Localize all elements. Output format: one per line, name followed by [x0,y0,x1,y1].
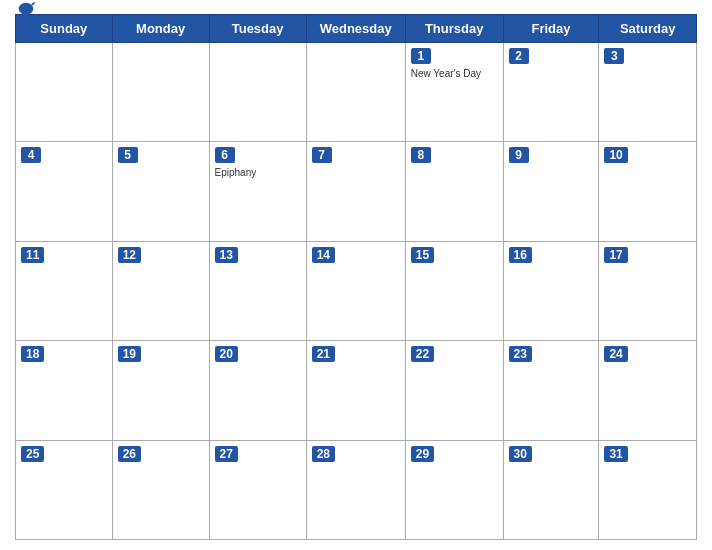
day-number: 31 [604,446,627,462]
calendar-cell: 23 [503,341,599,440]
calendar-cell: 30 [503,440,599,539]
calendar-cell: 24 [599,341,697,440]
calendar-cell: 18 [16,341,113,440]
day-number: 23 [509,346,532,362]
day-number: 16 [509,247,532,263]
day-number: 10 [604,147,627,163]
calendar-cell: 5 [112,142,209,241]
day-number: 4 [21,147,41,163]
weekday-wednesday: Wednesday [306,15,405,43]
day-number: 7 [312,147,332,163]
day-number: 25 [21,446,44,462]
calendar-cell: 13 [209,241,306,340]
calendar-cell: 27 [209,440,306,539]
weekday-friday: Friday [503,15,599,43]
calendar-cell: 17 [599,241,697,340]
day-number: 19 [118,346,141,362]
calendar-cell: 6Epiphany [209,142,306,241]
day-number: 27 [215,446,238,462]
calendar-cell: 1New Year's Day [405,43,503,142]
week-row-3: 11121314151617 [16,241,697,340]
week-row-1: 1New Year's Day23 [16,43,697,142]
day-number: 14 [312,247,335,263]
day-number: 9 [509,147,529,163]
day-number: 22 [411,346,434,362]
calendar-cell: 10 [599,142,697,241]
week-row-5: 25262728293031 [16,440,697,539]
calendar-cell: 21 [306,341,405,440]
calendar-cell: 16 [503,241,599,340]
day-number: 3 [604,48,624,64]
day-number: 15 [411,247,434,263]
calendar-cell: 26 [112,440,209,539]
day-number: 21 [312,346,335,362]
day-number: 26 [118,446,141,462]
day-number: 2 [509,48,529,64]
calendar-cell: 7 [306,142,405,241]
calendar-cell [16,43,113,142]
calendar-cell: 14 [306,241,405,340]
day-number: 18 [21,346,44,362]
logo [15,1,40,19]
weekday-tuesday: Tuesday [209,15,306,43]
calendar-cell [209,43,306,142]
calendar-cell: 29 [405,440,503,539]
calendar-cell [112,43,209,142]
holiday-label: New Year's Day [411,68,498,79]
calendar-cell: 19 [112,341,209,440]
day-number: 28 [312,446,335,462]
day-number: 24 [604,346,627,362]
calendar-cell: 31 [599,440,697,539]
day-number: 11 [21,247,44,263]
day-number: 20 [215,346,238,362]
calendar-cell: 2 [503,43,599,142]
day-number: 6 [215,147,235,163]
weekday-thursday: Thursday [405,15,503,43]
calendar-cell: 4 [16,142,113,241]
calendar-cell: 8 [405,142,503,241]
day-number: 5 [118,147,138,163]
calendar-cell [306,43,405,142]
calendar-cell: 25 [16,440,113,539]
weekday-header-row: SundayMondayTuesdayWednesdayThursdayFrid… [16,15,697,43]
calendar-table: SundayMondayTuesdayWednesdayThursdayFrid… [15,14,697,540]
week-row-4: 18192021222324 [16,341,697,440]
calendar-cell: 3 [599,43,697,142]
calendar-cell: 12 [112,241,209,340]
week-row-2: 456Epiphany78910 [16,142,697,241]
day-number: 29 [411,446,434,462]
calendar-cell: 15 [405,241,503,340]
day-number: 17 [604,247,627,263]
weekday-monday: Monday [112,15,209,43]
logo-icon [15,1,37,19]
holiday-label: Epiphany [215,167,301,178]
calendar-cell: 9 [503,142,599,241]
day-number: 13 [215,247,238,263]
calendar-cell: 22 [405,341,503,440]
calendar-cell: 28 [306,440,405,539]
day-number: 1 [411,48,431,64]
day-number: 12 [118,247,141,263]
day-number: 30 [509,446,532,462]
calendar-cell: 11 [16,241,113,340]
weekday-saturday: Saturday [599,15,697,43]
calendar-cell: 20 [209,341,306,440]
day-number: 8 [411,147,431,163]
